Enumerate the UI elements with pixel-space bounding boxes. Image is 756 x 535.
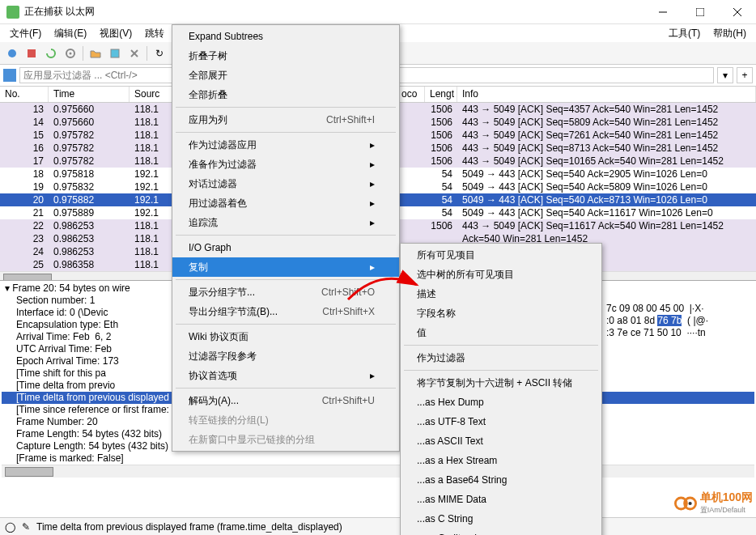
menu-item[interactable]: 导出分组字节流(B)...Ctrl+Shift+X [172,302,399,321]
capture-options-icon[interactable] [62,45,79,62]
menu-item[interactable]: ...as Go literal [401,529,601,535]
menu-item[interactable]: 选中树的所有可见项目 [401,265,601,284]
open-file-icon[interactable] [87,45,104,62]
column-time[interactable]: Time [49,87,130,102]
menu-item[interactable]: ...as a Hex Stream [401,451,601,470]
minimize-button[interactable] [644,0,682,24]
watermark-name: 单机100网 [700,490,753,505]
svg-point-13 [688,501,691,504]
menu-item[interactable]: ...as Hex Dump [401,393,601,412]
menu-item[interactable]: 用过滤器着色▸ [172,193,399,213]
menu-view[interactable]: 视图(V) [93,25,138,42]
watermark-logo: 单机100网 置IAm/Default [674,490,753,516]
filter-add-button[interactable]: + [737,67,753,83]
menu-edit[interactable]: 编辑(E) [48,25,93,42]
app-icon [6,6,19,19]
menu-item[interactable]: ...as MIME Data [401,490,601,509]
menu-item[interactable]: 作为过滤器 [401,348,601,367]
hex-line[interactable]: :3 7e ce 71 50 10 ····tn [606,327,756,339]
column-protocol[interactable]: oco [397,87,425,102]
save-file-icon[interactable] [106,45,124,62]
menu-go[interactable]: 跳转 [138,25,171,42]
window-title: 正在捕获 以太网 [24,5,644,19]
close-button[interactable] [719,0,756,24]
detail-line[interactable]: [Frame is marked: False] [2,452,754,465]
statusbar: ◯ ✎ Time delta from previous displayed f… [0,517,756,535]
status-icon: ◯ [5,521,15,533]
filter-expression-button[interactable]: ▾ [717,67,733,83]
close-file-icon[interactable] [125,45,143,62]
start-capture-icon[interactable] [3,45,21,62]
menu-item[interactable]: 字段名称 [401,304,601,323]
svg-rect-8 [111,49,119,57]
stop-capture-icon[interactable] [23,45,40,62]
menu-item[interactable]: 描述 [401,284,601,304]
menu-item[interactable]: 过滤器字段参考 [172,346,399,366]
menu-item[interactable]: 解码为(A)...Ctrl+Shift+U [172,391,399,410]
svg-rect-5 [28,49,36,57]
menu-item[interactable]: 将字节复制为十六进制 + ASCII 转储 [401,373,601,393]
menu-item[interactable]: ...as UTF-8 Text [401,412,601,431]
menu-item[interactable]: 显示分组字节...Ctrl+Shift+O [172,282,399,302]
column-no[interactable]: No. [0,87,49,102]
menu-item[interactable]: ...as a Base64 String [401,470,601,490]
menu-item[interactable]: 折叠子树 [172,46,399,66]
menu-item[interactable]: 全部展开 [172,66,399,85]
hex-line[interactable]: 7c 09 08 00 45 00 |·X· [606,303,756,315]
restart-capture-icon[interactable] [42,45,60,62]
menu-item: 转至链接的分组(L) [172,410,399,430]
column-info[interactable]: Info [457,87,756,102]
menu-tools[interactable]: 工具(T) [662,25,707,42]
menu-item[interactable]: 对话过滤器▸ [172,174,399,193]
menu-item[interactable]: ...as C String [401,509,601,529]
svg-point-4 [8,49,16,57]
menu-item[interactable]: I/O Graph [172,238,399,257]
details-hscroll[interactable] [2,465,754,478]
hex-line[interactable]: :0 a8 01 8d 76 7b ( |@· [606,315,756,327]
maximize-button[interactable] [682,0,719,24]
titlebar: 正在捕获 以太网 [0,0,756,24]
menu-item[interactable]: Wiki 协议页面 [172,327,399,346]
menu-item: 在新窗口中显示已链接的分组 [172,430,399,449]
menu-help[interactable]: 帮助(H) [707,25,753,42]
menu-item[interactable]: 全部折叠 [172,85,399,104]
reload-icon[interactable]: ↻ [151,45,168,62]
column-length[interactable]: Lengt [425,87,457,102]
watermark-sub: 置IAm/Default [700,505,753,516]
menu-item[interactable]: 应用为列Ctrl+Shift+I [172,110,399,130]
svg-rect-1 [696,8,704,16]
context-menu-main[interactable]: Expand Subtrees折叠子树全部展开全部折叠应用为列Ctrl+Shif… [172,24,400,452]
packet-bytes[interactable]: 7c 09 08 00 45 00 |·X·:0 a8 01 8d 76 7b … [606,303,756,351]
menu-item[interactable]: Expand Subtrees [172,27,399,46]
menu-item[interactable]: 值 [401,323,601,342]
status-text: Time delta from previous displayed frame… [36,521,342,533]
edit-icon[interactable]: ✎ [22,521,30,533]
menu-item[interactable]: 作为过滤器应用▸ [172,135,399,155]
menu-file[interactable]: 文件(F) [3,25,48,42]
menu-item[interactable]: 追踪流▸ [172,213,399,232]
menu-item[interactable]: ...as ASCII Text [401,431,601,451]
menu-item[interactable]: 协议首选项▸ [172,366,399,385]
menu-item[interactable]: 准备作为过滤器▸ [172,155,399,174]
context-menu-copy[interactable]: 所有可见项目选中树的所有可见项目描述字段名称值作为过滤器将字节复制为十六进制 +… [400,243,602,535]
menu-item[interactable]: 复制▸ [172,257,399,277]
bookmark-icon[interactable] [3,69,16,82]
menu-item[interactable]: 所有可见项目 [401,245,601,265]
svg-point-7 [70,52,72,54]
